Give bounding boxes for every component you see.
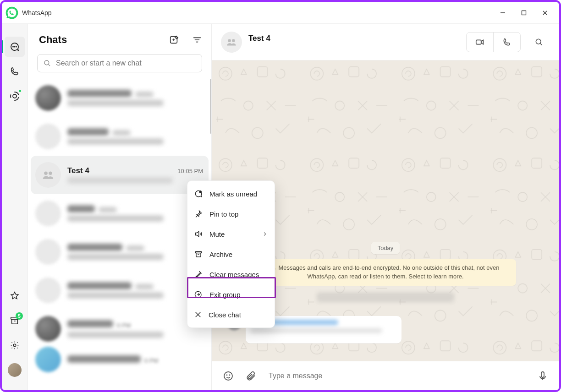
chat-list-panel: Chats Search or start a new chat xyxy=(28,24,212,390)
svg-point-24 xyxy=(230,375,230,375)
chat-item-blurred[interactable]: 0 PM xyxy=(28,310,211,348)
chat-name: Test 4 xyxy=(67,166,174,175)
svg-point-7 xyxy=(13,344,16,347)
group-avatar-icon xyxy=(35,162,61,188)
emoji-button[interactable] xyxy=(223,370,234,381)
avatar-icon xyxy=(35,85,61,111)
conversation-subtitle: ​​​​​​​​​​​​ xyxy=(248,43,270,50)
svg-point-26 xyxy=(199,191,201,193)
video-call-button[interactable] xyxy=(467,33,493,52)
chat-item-selected[interactable]: Test 4 10:05 PM xyxy=(31,156,209,194)
scrollbar-thumb[interactable] xyxy=(210,79,211,134)
speaker-icon xyxy=(194,229,203,239)
svg-point-3 xyxy=(14,46,15,47)
date-separator: Today xyxy=(371,242,400,254)
chat-unread-icon xyxy=(194,189,203,198)
rail-archive[interactable]: 5 xyxy=(5,310,25,331)
chat-context-menu: Mark as unread Pin to top Mute Archive C… xyxy=(187,180,275,328)
chevron-right-icon xyxy=(262,231,268,237)
group-avatar-icon xyxy=(221,32,242,53)
ctx-pin[interactable]: Pin to top xyxy=(187,204,275,224)
app-name: WhatsApp xyxy=(22,9,52,16)
avatar-icon xyxy=(35,316,61,342)
ctx-mark-unread[interactable]: Mark as unread xyxy=(187,184,275,204)
avatar-icon xyxy=(35,239,61,265)
svg-rect-25 xyxy=(541,372,544,377)
rail-calls[interactable] xyxy=(5,61,25,82)
broom-icon xyxy=(194,270,203,279)
ctx-mute[interactable]: Mute xyxy=(187,224,275,244)
search-icon xyxy=(43,59,51,67)
titlebar: WhatsApp xyxy=(2,2,559,24)
chats-title: Chats xyxy=(39,34,169,46)
conversation-header[interactable]: Test 4 ​​​​​​​​​​​​ xyxy=(212,24,559,60)
svg-point-2 xyxy=(13,46,13,47)
message-composer xyxy=(212,361,559,390)
conversation-search-button[interactable] xyxy=(528,32,550,52)
call-button-group xyxy=(466,32,521,52)
window-minimize-button[interactable] xyxy=(492,2,513,23)
svg-rect-27 xyxy=(195,251,201,253)
ctx-archive[interactable]: Archive xyxy=(187,244,275,264)
svg-point-23 xyxy=(227,375,227,375)
filter-button[interactable] xyxy=(192,35,202,45)
archive-icon xyxy=(194,250,203,259)
svg-point-9 xyxy=(44,60,49,65)
chat-item-blurred[interactable] xyxy=(28,271,211,310)
window-maximize-button[interactable] xyxy=(513,2,534,23)
ctx-close-chat[interactable]: Close chat xyxy=(187,305,275,325)
svg-point-4 xyxy=(16,46,16,47)
svg-point-10 xyxy=(44,172,48,175)
star-icon xyxy=(10,291,20,301)
close-icon xyxy=(194,310,202,319)
phone-icon xyxy=(10,66,20,76)
new-chat-button[interactable] xyxy=(169,35,179,45)
chat-bubble-icon xyxy=(9,41,20,52)
status-dot-icon xyxy=(18,89,22,93)
chat-item-blurred[interactable] xyxy=(28,233,211,271)
nav-rail: 5 xyxy=(2,24,28,390)
avatar-icon xyxy=(35,124,61,149)
attach-button[interactable] xyxy=(246,370,257,381)
chat-item-blurred[interactable] xyxy=(28,117,211,156)
svg-point-12 xyxy=(228,39,231,42)
rail-starred[interactable] xyxy=(5,286,25,306)
rail-status[interactable] xyxy=(5,86,25,106)
rail-profile[interactable] xyxy=(5,360,25,380)
search-input[interactable]: Search or start a new chat xyxy=(37,54,202,72)
gear-icon xyxy=(10,340,20,350)
conversation-title: Test 4 xyxy=(248,34,270,43)
svg-rect-1 xyxy=(522,11,526,15)
svg-point-22 xyxy=(224,372,232,380)
avatar-icon xyxy=(35,347,61,372)
profile-avatar-icon xyxy=(8,363,22,377)
chat-item-blurred[interactable]: 0 PM xyxy=(28,348,211,371)
avatar-icon xyxy=(35,201,61,226)
rail-settings[interactable] xyxy=(5,335,25,355)
voice-call-button[interactable] xyxy=(494,33,520,52)
search-placeholder: Search or start a new chat xyxy=(56,59,142,67)
encryption-notice[interactable]: Messages and calls are end-to-end encryp… xyxy=(255,259,516,286)
svg-rect-14 xyxy=(476,40,481,44)
rail-chats[interactable] xyxy=(5,37,25,57)
chat-item-blurred[interactable] xyxy=(28,194,211,233)
chat-time: 10:05 PM xyxy=(177,168,203,174)
svg-point-5 xyxy=(13,94,16,98)
svg-point-11 xyxy=(49,172,52,175)
mic-button[interactable] xyxy=(537,370,548,381)
pin-icon xyxy=(194,209,203,218)
whatsapp-logo-icon xyxy=(6,6,18,19)
avatar-icon xyxy=(35,278,61,303)
window-close-button[interactable] xyxy=(534,2,556,23)
svg-point-13 xyxy=(232,39,235,42)
message-input[interactable] xyxy=(269,372,525,380)
exit-icon xyxy=(194,290,203,299)
svg-point-0 xyxy=(6,7,18,18)
chat-item-blurred[interactable] xyxy=(28,79,211,117)
ctx-clear[interactable]: Clear messages xyxy=(187,264,275,284)
archive-badge: 5 xyxy=(16,312,23,320)
ctx-exit-group[interactable]: Exit group xyxy=(187,284,275,305)
chats-scroll[interactable]: Test 4 10:05 PM 0 PM xyxy=(28,79,211,390)
svg-point-15 xyxy=(536,39,541,44)
system-message-blurred xyxy=(317,292,454,302)
